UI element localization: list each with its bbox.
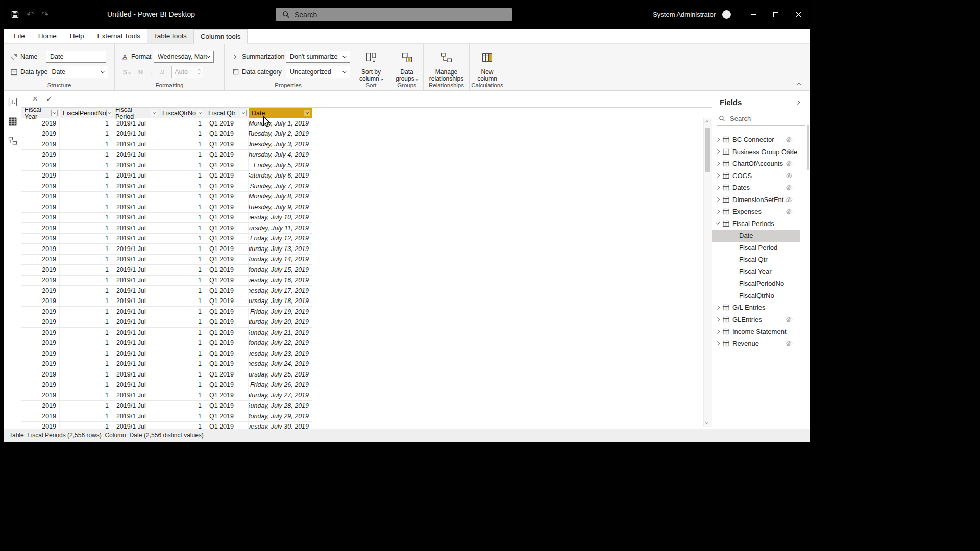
field-fiscal-qtr[interactable]: Fiscal Qtr (712, 254, 810, 266)
table-row[interactable]: 201912019/1 Jul1Q1 2019Saturday, July 20… (21, 317, 312, 328)
table-cell[interactable]: 2019/1 Jul (112, 348, 159, 359)
table-cell[interactable]: 1 (60, 296, 112, 307)
sort-by-column-button[interactable]: Sort by column (355, 50, 387, 83)
table-cell[interactable]: 2019 (21, 192, 60, 202)
collapse-panel-chevron-icon[interactable] (796, 100, 800, 104)
table-cell[interactable]: 1 (60, 234, 112, 244)
tab-table-tools[interactable]: Table tools (147, 29, 193, 43)
table-cell[interactable]: 2019/1 Jul (112, 139, 159, 149)
table-cell[interactable]: 1 (60, 244, 112, 254)
table-cell[interactable]: 2019 (21, 328, 60, 338)
table-cell[interactable]: Q1 2019 (205, 317, 249, 328)
table-cell[interactable]: Q1 2019 (205, 307, 249, 317)
table-cell[interactable]: Q1 2019 (205, 411, 249, 421)
table-cell[interactable]: Q1 2019 (205, 369, 249, 380)
manage-relationships-button[interactable]: Manage relationships (427, 50, 466, 83)
table-cell[interactable]: Q1 2019 (205, 213, 249, 223)
spinner-down-icon[interactable] (198, 71, 201, 74)
table-cell[interactable]: 1 (159, 276, 205, 286)
table-cell[interactable]: 2019 (21, 118, 60, 129)
table-cell[interactable]: Tuesday, July 2, 2019 (249, 129, 312, 139)
table-row[interactable]: 201912019/1 Jul1Q1 2019Friday, July 26, … (21, 380, 312, 391)
table-cell[interactable]: Friday, July 26, 2019 (249, 380, 312, 390)
table-cell[interactable]: Monday, July 8, 2019 (249, 192, 312, 202)
filter-dropdown-icon[interactable] (51, 110, 58, 116)
table-cell[interactable]: 1 (159, 265, 205, 275)
table-row[interactable]: 201912019/1 Jul1Q1 2019Tuesday, July 30,… (21, 422, 312, 429)
table-cell[interactable]: Saturday, July 27, 2019 (249, 390, 312, 400)
table-cell[interactable]: 1 (60, 422, 112, 429)
table-cell[interactable]: 1 (60, 307, 112, 317)
spinner-up-icon[interactable] (198, 69, 201, 72)
expand-chevron-icon[interactable] (716, 306, 720, 310)
column-header-fiscal-year[interactable]: Fiscal Year (21, 108, 60, 118)
table-cell[interactable]: 2019 (21, 160, 60, 170)
expand-chevron-icon[interactable] (716, 221, 720, 225)
avatar[interactable] (722, 10, 731, 19)
table-row[interactable]: 201912019/1 Jul1Q1 2019Monday, July 22, … (21, 338, 312, 349)
expand-chevron-icon[interactable] (716, 330, 720, 334)
table-cell[interactable]: Tuesday, July 16, 2019 (249, 276, 312, 286)
table-cell[interactable]: 1 (159, 213, 205, 223)
table-cell[interactable]: 2019 (21, 276, 60, 286)
table-cell[interactable]: 1 (159, 286, 205, 296)
table-cell[interactable]: Tuesday, July 23, 2019 (249, 348, 312, 359)
tab-column-tools[interactable]: Column tools (193, 29, 248, 44)
table-cell[interactable]: 1 (60, 369, 112, 380)
table-cell[interactable]: Thursday, July 18, 2019 (249, 296, 312, 307)
table-cell[interactable]: Q1 2019 (205, 160, 249, 170)
expand-chevron-icon[interactable] (716, 149, 720, 154)
name-input[interactable]: Date (46, 51, 106, 63)
table-cell[interactable]: 1 (159, 401, 205, 411)
table-cell[interactable]: 2019/1 Jul (112, 265, 159, 275)
table-cell[interactable]: Q1 2019 (205, 181, 249, 191)
table-cell[interactable]: Q1 2019 (205, 255, 249, 265)
table-cell[interactable]: 1 (60, 192, 112, 202)
table-cell[interactable]: Q1 2019 (205, 328, 249, 338)
table-cell[interactable]: 1 (60, 265, 112, 275)
table-cell[interactable]: 1 (159, 171, 205, 181)
decimal-auto-spinner[interactable]: Auto (172, 66, 203, 78)
table-cell[interactable]: 1 (60, 160, 112, 170)
table-cell[interactable]: Q1 2019 (205, 202, 249, 212)
table-row[interactable]: 201912019/1 Jul1Q1 2019Monday, July 15, … (21, 265, 312, 276)
table-cell[interactable]: 1 (60, 317, 112, 328)
table-cell[interactable]: Q1 2019 (205, 171, 249, 181)
table-cell[interactable]: Wednesday, July 3, 2019 (249, 139, 312, 149)
table-cell[interactable]: 2019 (21, 359, 60, 369)
table-row[interactable]: 201912019/1 Jul1Q1 2019Tuesday, July 9, … (21, 202, 312, 213)
table-cell[interactable]: Saturday, July 13, 2019 (249, 244, 312, 254)
table-cell[interactable]: 1 (60, 213, 112, 223)
field-table-chartofaccounts[interactable]: ChartOfAccounts (712, 158, 810, 170)
undo-icon[interactable]: ↶ (27, 9, 34, 20)
table-cell[interactable]: Q1 2019 (205, 118, 249, 129)
table-cell[interactable]: 2019 (21, 317, 60, 328)
table-cell[interactable]: 1 (159, 244, 205, 254)
menu-file[interactable]: File (7, 29, 32, 43)
table-scrollbar[interactable] (703, 118, 712, 427)
global-search-box[interactable]: Search (276, 8, 512, 21)
table-cell[interactable]: 1 (159, 223, 205, 233)
table-cell[interactable]: Q1 2019 (205, 422, 249, 429)
table-cell[interactable]: Wednesday, July 24, 2019 (249, 359, 312, 369)
table-cell[interactable]: 1 (159, 317, 205, 328)
table-cell[interactable]: Q1 2019 (205, 296, 249, 307)
field-date[interactable]: Date (712, 230, 800, 242)
table-cell[interactable]: Friday, July 19, 2019 (249, 307, 312, 317)
fields-scrollbar-thumb[interactable] (807, 125, 809, 170)
table-cell[interactable]: 2019/1 Jul (112, 192, 159, 202)
table-cell[interactable]: 2019/1 Jul (112, 286, 159, 296)
table-cell[interactable]: 2019 (21, 202, 60, 212)
table-row[interactable]: 201912019/1 Jul1Q1 2019Thursday, July 11… (21, 223, 312, 234)
column-header-date[interactable]: Date (249, 108, 312, 118)
table-cell[interactable]: 1 (159, 139, 205, 149)
table-row[interactable]: 201912019/1 Jul1Q1 2019Friday, July 5, 2… (21, 160, 312, 171)
table-cell[interactable]: 1 (60, 181, 112, 191)
table-cell[interactable]: Monday, July 29, 2019 (249, 411, 312, 421)
filter-dropdown-icon[interactable] (240, 110, 247, 116)
expand-chevron-icon[interactable] (716, 210, 720, 214)
expand-chevron-icon[interactable] (716, 173, 720, 178)
table-cell[interactable]: 2019 (21, 369, 60, 380)
table-cell[interactable]: 1 (60, 118, 112, 129)
table-cell[interactable]: Monday, July 22, 2019 (249, 338, 312, 348)
